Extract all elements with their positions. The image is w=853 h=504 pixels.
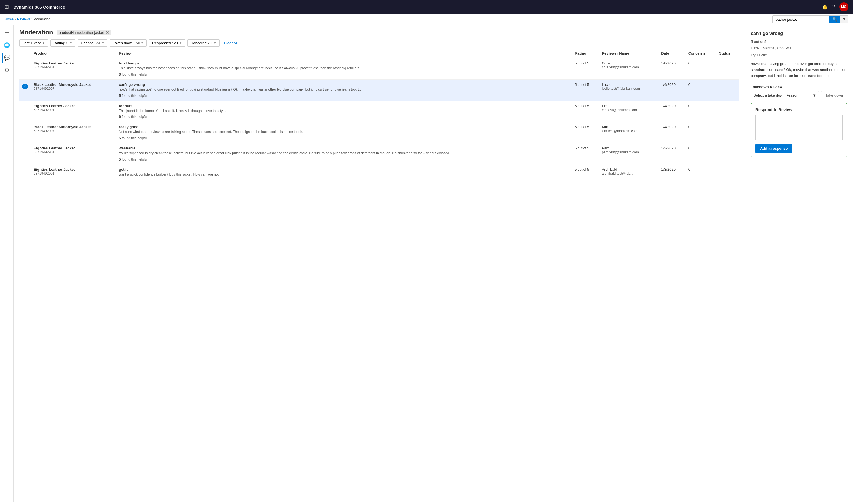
row-reviewer-name: Archibald — [602, 167, 656, 172]
filter-concerns[interactable]: Concerns: All ▼ — [187, 39, 220, 47]
row-date-cell: 1/4/2020 — [658, 122, 685, 143]
respond-box: Respond to Review Add a response — [751, 103, 847, 157]
row-review-body: This store always has the best prices on… — [119, 66, 569, 71]
add-response-button[interactable]: Add a response — [755, 144, 793, 153]
page-title: Moderation — [19, 29, 53, 36]
row-helpful: 5 found this helpful — [119, 136, 569, 140]
row-date-cell: 1/4/2020 — [658, 101, 685, 122]
row-reviewer-email: em.test@fabrikam.com — [602, 108, 656, 112]
filter-responded-label: Responded : All — [152, 41, 178, 45]
row-date: 1/4/2020 — [661, 125, 676, 129]
sidebar-globe-icon[interactable]: 🌐 — [2, 40, 12, 50]
table-row[interactable]: ✓ Black Leather Motorcycle Jacket 687194… — [19, 79, 739, 101]
row-rating-cell: 5 out of 5 — [572, 122, 599, 143]
right-panel-review-title: can't go wrong — [751, 31, 847, 36]
row-review-title: total bargin — [119, 61, 569, 65]
row-check-cell — [19, 101, 31, 122]
takedown-select[interactable]: Select a take down Reason ▼ — [751, 91, 819, 100]
sidebar-hamburger[interactable]: ☰ — [2, 28, 12, 38]
row-reviewer-email: cora.test@fabrikam.com — [602, 65, 656, 69]
row-helpful: 5 found this helpful — [119, 94, 569, 98]
filter-channel[interactable]: Channel: All ▼ — [77, 39, 107, 47]
right-panel: can't go wrong 5 out of 5 Date: 1/4/2020… — [745, 25, 853, 502]
row-check-cell — [19, 122, 31, 143]
filter-takendown-chevron: ▼ — [141, 41, 144, 44]
row-product-name: Black Leather Motorcycle Jacket — [34, 125, 113, 129]
row-product-cell: Black Leather Motorcycle Jacket 68719492… — [31, 122, 116, 143]
row-reviewer-cell: Em em.test@fabrikam.com — [599, 101, 659, 122]
row-reviewer-name: Lucile — [602, 83, 656, 87]
breadcrumb-reviews[interactable]: Reviews — [17, 17, 30, 21]
app-title: Dynamics 365 Commerce — [13, 4, 819, 10]
row-rating-cell: 5 out of 5 — [572, 143, 599, 164]
filter-rating-chevron: ▼ — [69, 41, 72, 44]
help-icon[interactable]: ? — [832, 4, 835, 10]
table-row[interactable]: Eighties Leather Jacket 68719492901 get … — [19, 164, 739, 180]
clear-all-button[interactable]: Clear All — [222, 40, 240, 46]
row-rating-cell: 5 out of 5 — [572, 101, 599, 122]
row-review-cell: washable You're supposed to dry clean th… — [116, 143, 572, 164]
row-date: 1/8/2020 — [661, 61, 676, 65]
row-reviewer-name: Kim — [602, 125, 656, 129]
search-dropdown-button[interactable]: ▼ — [840, 16, 848, 23]
table-row[interactable]: Black Leather Motorcycle Jacket 68719492… — [19, 122, 739, 143]
takedown-button[interactable]: Take down — [821, 91, 847, 100]
table-row[interactable]: Eighties Leather Jacket 68719492901 tota… — [19, 58, 739, 79]
row-concerns: 0 — [689, 146, 690, 150]
row-check-cell: ✓ — [19, 79, 31, 101]
row-review-title: really good — [119, 125, 569, 129]
row-concerns-cell: 0 — [685, 122, 716, 143]
table-row[interactable]: Eighties Leather Jacket 68719492901 for … — [19, 101, 739, 122]
notification-icon[interactable]: 🔔 — [822, 4, 828, 10]
row-helpful: 3 found this helpful — [119, 72, 569, 76]
filter-takendown[interactable]: Taken down : All ▼ — [110, 39, 147, 47]
row-check-cell — [19, 164, 31, 180]
table-header-row: Product Review Rating Reviewer Name Date… — [19, 49, 739, 58]
row-reviewer-name: Pam — [602, 146, 656, 150]
filter-tag-remove[interactable]: ✕ — [106, 30, 109, 35]
breadcrumb-current: Moderation — [33, 17, 50, 21]
row-rating: 5 out of 5 — [575, 61, 589, 65]
col-concerns: Concerns — [685, 49, 716, 58]
row-rating: 5 out of 5 — [575, 83, 589, 87]
table-row[interactable]: Eighties Leather Jacket 68719492901 wash… — [19, 143, 739, 164]
avatar[interactable]: MG — [839, 2, 849, 11]
row-date: 1/3/2020 — [661, 146, 676, 150]
row-concerns-cell: 0 — [685, 101, 716, 122]
right-panel-review-body: how's that saying go? no one ever got fi… — [751, 61, 847, 79]
filter-date-label: Last 1 Year — [22, 41, 41, 45]
top-icons: 🔔 ? MG — [822, 2, 849, 11]
row-reviewer-name: Cora — [602, 61, 656, 65]
row-product-id: 68719492907 — [34, 129, 113, 133]
sidebar-reviews-icon[interactable]: 💬 — [2, 53, 12, 63]
col-check — [19, 49, 31, 58]
row-status-cell — [716, 164, 739, 180]
row-review-cell: get it want a quick confidence builder? … — [116, 164, 572, 180]
filter-date[interactable]: Last 1 Year ▼ — [19, 39, 48, 47]
takedown-select-chevron: ▼ — [813, 93, 816, 97]
row-product-id: 68719492901 — [34, 150, 113, 154]
row-status-cell — [716, 58, 739, 79]
search-input[interactable] — [772, 16, 830, 23]
row-status-cell — [716, 143, 739, 164]
left-sidebar: ☰ 🌐 💬 ⚙ — [0, 25, 14, 502]
respond-textarea[interactable] — [755, 115, 843, 140]
row-reviewer-email: lucile.test@fabrikam.com — [602, 87, 656, 91]
row-review-title: for sure — [119, 104, 569, 108]
grid-icon[interactable]: ⊞ — [4, 4, 9, 10]
row-product-id: 68719492907 — [34, 87, 113, 91]
filter-responded[interactable]: Responded : All ▼ — [149, 39, 185, 47]
sidebar-settings-icon[interactable]: ⚙ — [2, 65, 12, 75]
row-rating-cell: 5 out of 5 — [572, 79, 599, 101]
search-button[interactable]: 🔍 — [830, 16, 840, 23]
filter-rating[interactable]: Rating: 5 ▼ — [50, 39, 75, 47]
col-date[interactable]: Date ↓ — [658, 49, 685, 58]
row-reviewer-email: pam.test@fabrikam.com — [602, 150, 656, 154]
right-panel-date: Date: 1/4/2020, 6:33 PM — [751, 46, 791, 50]
row-review-body: You're supposed to dry clean these jacke… — [119, 151, 569, 156]
filter-tag: productName:leather jacket ✕ — [56, 30, 111, 35]
row-rating: 5 out of 5 — [575, 146, 589, 150]
breadcrumb-home[interactable]: Home — [4, 17, 14, 21]
row-status-cell — [716, 79, 739, 101]
row-concerns-cell: 0 — [685, 164, 716, 180]
